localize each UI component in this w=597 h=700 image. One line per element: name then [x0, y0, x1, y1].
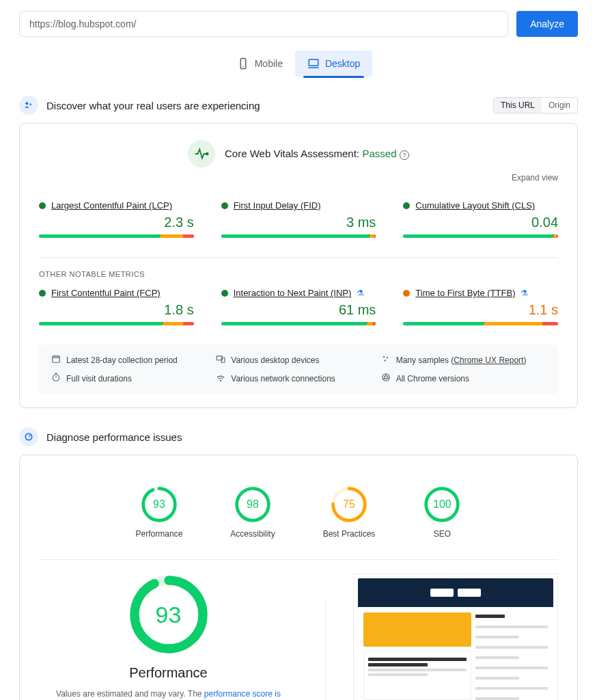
- calendar-icon: [51, 354, 61, 366]
- other-metrics-heading: OTHER NOTABLE METRICS: [39, 270, 558, 278]
- metric-name[interactable]: First Input Delay (FID): [234, 200, 321, 211]
- tab-desktop[interactable]: Desktop: [295, 51, 372, 77]
- performance-title: Performance: [39, 665, 298, 681]
- scope-toggle: This URL Origin: [493, 97, 578, 113]
- performance-gauge-large-value: 93: [128, 574, 210, 656]
- gauge-best-practices[interactable]: 75 Best Practices: [323, 485, 376, 539]
- performance-gauge-large: 93: [128, 574, 210, 656]
- status-dot: [403, 202, 410, 209]
- svg-point-19: [221, 380, 221, 381]
- distribution-bar: [221, 234, 376, 238]
- gauge-seo[interactable]: 100 SEO: [423, 485, 461, 539]
- desktop-icon: [307, 57, 320, 70]
- svg-line-24: [383, 378, 385, 379]
- scope-origin[interactable]: Origin: [542, 98, 577, 113]
- svg-point-4: [25, 102, 28, 105]
- gauge-label: Accessibility: [230, 529, 275, 539]
- metric-name[interactable]: Interaction to Next Paint (INP): [234, 288, 352, 298]
- crux-card: Core Web Vitals Assessment: Passed ? Exp…: [19, 123, 578, 408]
- tab-mobile-label: Mobile: [255, 58, 283, 69]
- help-icon[interactable]: ?: [400, 150, 409, 160]
- metric-value: 61 ms: [221, 302, 376, 318]
- pulse-icon: [188, 140, 215, 167]
- distribution-bar: [39, 322, 194, 325]
- gauge-value: 98: [234, 485, 272, 524]
- footer-item: Many samples (Chrome UX Report): [381, 354, 546, 366]
- samples-icon: [381, 354, 391, 366]
- metric-value: 1.1 s: [403, 302, 558, 318]
- svg-rect-7: [53, 356, 60, 362]
- metric-name[interactable]: Time to First Byte (TTFB): [415, 288, 515, 298]
- svg-point-16: [53, 375, 59, 381]
- gauge-label: Best Practices: [323, 529, 376, 539]
- gauge-accessibility[interactable]: 98 Accessibility: [230, 485, 275, 539]
- gauge-label: SEO: [423, 529, 461, 539]
- footer-item: All Chrome versions: [381, 373, 546, 384]
- distribution-bar: [221, 322, 376, 325]
- status-dot: [221, 290, 228, 297]
- svg-line-26: [29, 435, 30, 437]
- tab-desktop-label: Desktop: [325, 58, 360, 69]
- metric: First Input Delay (FID) 3 ms: [221, 200, 376, 238]
- diagnose-heading: Diagnose performance issues: [46, 431, 578, 443]
- users-icon: [19, 96, 38, 115]
- metric-value: 0.04: [403, 215, 558, 230]
- status-dot: [403, 290, 410, 297]
- beaker-icon: ⚗: [520, 288, 528, 298]
- distribution-bar: [403, 234, 558, 238]
- svg-line-23: [387, 378, 389, 379]
- analyze-button[interactable]: Analyze: [516, 11, 578, 37]
- metric-name[interactable]: First Contentful Paint (FCP): [51, 288, 161, 298]
- metric-value: 3 ms: [221, 215, 376, 230]
- gauge-value: 75: [330, 485, 368, 524]
- metric: Cumulative Layout Shift (CLS) 0.04: [403, 200, 558, 238]
- devices-icon: [216, 354, 225, 366]
- distribution-bar: [403, 322, 558, 325]
- scope-this-url[interactable]: This URL: [494, 98, 542, 113]
- gauge-icon: [19, 427, 38, 446]
- chrome-icon: [381, 373, 391, 384]
- metric-value: 1.8 s: [39, 302, 194, 318]
- svg-point-15: [384, 360, 385, 361]
- network-icon: [216, 373, 225, 384]
- metric: Time to First Byte (TTFB) ⚗ 1.1 s: [403, 288, 558, 325]
- distribution-bar: [39, 234, 194, 238]
- metric: Largest Contentful Paint (LCP) 2.3 s: [39, 200, 194, 238]
- footer-item: Latest 28-day collection period: [51, 354, 216, 366]
- beaker-icon: ⚗: [357, 288, 364, 298]
- cwv-title: Core Web Vitals Assessment:: [225, 148, 359, 159]
- lighthouse-card: 93 Performance 98 Accessibility 75 Best …: [19, 455, 578, 700]
- crux-heading: Discover what your real users are experi…: [46, 100, 485, 111]
- status-dot: [39, 202, 46, 209]
- metric-name[interactable]: Cumulative Layout Shift (CLS): [415, 200, 535, 211]
- svg-point-14: [386, 357, 387, 358]
- gauge-value: 100: [423, 485, 461, 524]
- phone-icon: [237, 57, 249, 70]
- footer-link[interactable]: Chrome UX Report: [454, 355, 523, 365]
- performance-description: Values are estimated and may vary. The p…: [53, 688, 285, 700]
- gauge-label: Performance: [136, 529, 183, 539]
- gauge-value: 93: [140, 485, 178, 524]
- metric-value: 2.3 s: [39, 215, 194, 230]
- cwv-status: Passed: [362, 148, 396, 159]
- gauge-performance[interactable]: 93 Performance: [136, 485, 183, 539]
- tab-mobile[interactable]: Mobile: [225, 51, 295, 77]
- metric: Interaction to Next Paint (INP) ⚗ 61 ms: [221, 288, 376, 325]
- status-dot: [39, 290, 46, 297]
- url-input[interactable]: [19, 11, 508, 37]
- svg-point-13: [383, 356, 385, 358]
- metric-name[interactable]: Largest Contentful Paint (LCP): [51, 200, 172, 211]
- device-tabs: Mobile Desktop: [19, 51, 578, 77]
- status-dot: [221, 202, 228, 209]
- svg-point-5: [29, 103, 31, 105]
- svg-rect-2: [309, 59, 318, 66]
- svg-point-6: [206, 153, 208, 155]
- metric: First Contentful Paint (FCP) 1.8 s: [39, 288, 194, 325]
- footer-item: Various desktop devices: [216, 354, 380, 366]
- page-screenshot: [353, 574, 558, 700]
- footer-item: Various network connections: [216, 373, 380, 384]
- expand-view-link[interactable]: Expand view: [512, 173, 558, 183]
- footer-item: Full visit durations: [51, 373, 216, 384]
- divider: [325, 601, 326, 700]
- timer-icon: [51, 373, 61, 384]
